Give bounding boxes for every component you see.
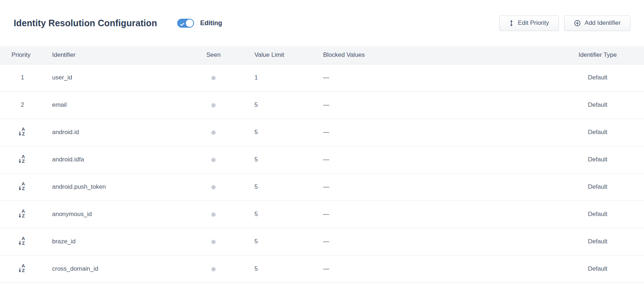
seen-dot-icon (211, 267, 216, 271)
column-header-priority: Priority (0, 46, 45, 64)
column-header-blocked-values: Blocked Values (316, 46, 551, 64)
value-limit-cell: 1 (230, 64, 316, 91)
seen-dot-icon (211, 240, 216, 244)
column-header-value-limit: Value Limit (230, 46, 316, 64)
priority-number: 1 (21, 74, 24, 81)
identifier-type-cell: Default (551, 228, 644, 255)
identifier-cell: android.idfa (45, 146, 197, 173)
table-row: AZandroid.id5—Default (0, 119, 644, 146)
value-limit-cell: 5 (230, 201, 316, 228)
header-actions: Edit Priority Add Identifier (499, 15, 630, 31)
column-header-identifier: Identifier (45, 46, 197, 64)
identifier-cell: user_id (45, 64, 197, 91)
table-row: AZbraze_id5—Default (0, 228, 644, 255)
editing-toggle-group: Editing (177, 19, 222, 28)
identifier-type-cell: Default (551, 201, 644, 228)
priority-cell: AZ (0, 146, 45, 173)
column-header-identifier-type: Identifier Type (551, 46, 644, 64)
blocked-values-cell: — (316, 255, 551, 283)
seen-dot-icon (211, 103, 216, 107)
priority-cell: AZ (0, 201, 45, 228)
edit-priority-button[interactable]: Edit Priority (499, 15, 559, 31)
blocked-values-cell: — (316, 228, 551, 255)
value-limit-cell: 5 (230, 119, 316, 146)
sort-alphabetical-icon: AZ (18, 208, 27, 218)
identifier-cell: android.push_token (45, 173, 197, 201)
value-limit-cell: 5 (230, 91, 316, 119)
value-limit-cell: 5 (230, 146, 316, 173)
sort-alphabetical-icon: AZ (18, 181, 27, 191)
editing-toggle-label: Editing (200, 19, 222, 27)
plus-circle-icon (574, 20, 581, 27)
edit-priority-label: Edit Priority (518, 19, 549, 27)
add-identifier-label: Add Identifier (585, 19, 621, 27)
seen-dot-icon (211, 212, 216, 217)
seen-cell (197, 228, 230, 255)
check-icon (180, 21, 184, 28)
priority-number: 2 (21, 101, 24, 108)
blocked-values-cell: — (316, 119, 551, 146)
value-limit-cell: 5 (230, 173, 316, 201)
toggle-knob (186, 19, 193, 27)
seen-dot-icon (211, 185, 216, 189)
priority-cell: AZ (0, 119, 45, 146)
identifier-cell: android.id (45, 119, 197, 146)
table-row: AZcross_domain_id5—Default (0, 255, 644, 283)
blocked-values-cell: — (316, 91, 551, 119)
seen-cell (197, 173, 230, 201)
table-row: 2email5—Default (0, 91, 644, 119)
seen-cell (197, 146, 230, 173)
svg-text:Z: Z (22, 186, 25, 191)
priority-cell: AZ (0, 228, 45, 255)
identifier-cell: email (45, 91, 197, 119)
table-row: 1user_id1—Default (0, 64, 644, 91)
seen-cell (197, 64, 230, 91)
page-title: Identity Resolution Configuration (14, 18, 157, 28)
sort-alphabetical-icon: AZ (18, 127, 27, 136)
identifier-type-cell: Default (551, 255, 644, 283)
identifier-type-cell: Default (551, 173, 644, 201)
svg-text:Z: Z (22, 131, 25, 136)
identifier-cell: cross_domain_id (45, 255, 197, 283)
blocked-values-cell: — (316, 173, 551, 201)
table-row: AZanonymous_id5—Default (0, 201, 644, 228)
identifier-type-cell: Default (551, 146, 644, 173)
svg-text:Z: Z (22, 213, 25, 218)
add-identifier-button[interactable]: Add Identifier (564, 15, 630, 31)
seen-cell (197, 201, 230, 228)
seen-dot-icon (211, 76, 216, 80)
blocked-values-cell: — (316, 64, 551, 91)
identifier-cell: braze_id (45, 228, 197, 255)
editing-toggle[interactable] (177, 19, 194, 28)
blocked-values-cell: — (316, 146, 551, 173)
seen-cell (197, 119, 230, 146)
identifier-cell: anonymous_id (45, 201, 197, 228)
priority-cell: AZ (0, 173, 45, 201)
blocked-values-cell: — (316, 201, 551, 228)
identifier-type-cell: Default (551, 91, 644, 119)
sort-order-icon (509, 20, 514, 27)
seen-cell (197, 91, 230, 119)
priority-cell: 2 (0, 91, 45, 119)
seen-cell (197, 255, 230, 283)
table-header-row: Priority Identifier Seen Value Limit Blo… (0, 46, 644, 64)
svg-text:Z: Z (22, 268, 25, 273)
identifier-type-cell: Default (551, 119, 644, 146)
priority-cell: 1 (0, 64, 45, 91)
identifier-type-cell: Default (551, 64, 644, 91)
table-row: AZandroid.idfa5—Default (0, 146, 644, 173)
sort-alphabetical-icon: AZ (18, 236, 27, 246)
sort-alphabetical-icon: AZ (18, 263, 27, 273)
svg-text:Z: Z (22, 240, 25, 246)
identity-resolution-table: Priority Identifier Seen Value Limit Blo… (0, 46, 644, 283)
svg-text:Z: Z (22, 159, 25, 164)
page-header: Identity Resolution Configuration Editin… (0, 0, 644, 46)
value-limit-cell: 5 (230, 228, 316, 255)
seen-dot-icon (211, 158, 216, 162)
priority-cell: AZ (0, 255, 45, 283)
seen-dot-icon (211, 130, 216, 135)
sort-alphabetical-icon: AZ (18, 154, 27, 164)
column-header-seen: Seen (197, 46, 230, 64)
value-limit-cell: 5 (230, 255, 316, 283)
table-row: AZandroid.push_token5—Default (0, 173, 644, 201)
